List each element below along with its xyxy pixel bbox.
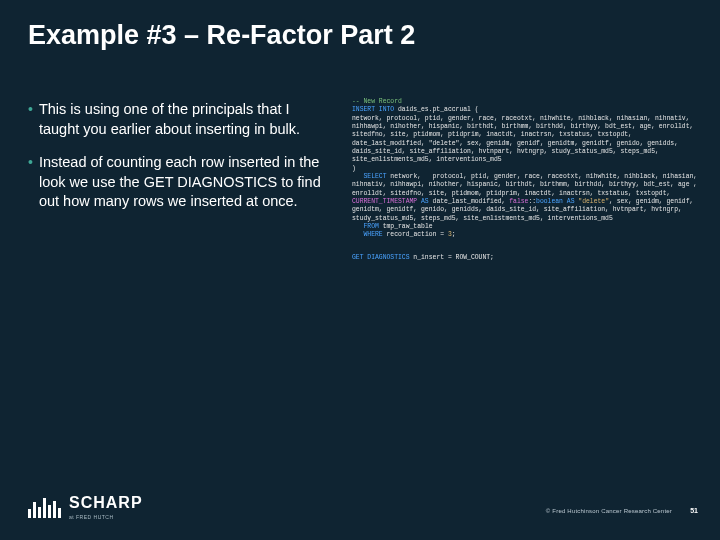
code-comment: -- New Record: [352, 98, 402, 105]
list-item: • This is using one of the principals th…: [28, 100, 328, 139]
code-text: n_insert = ROW_COUNT: [410, 254, 491, 261]
code-keyword: WHERE: [364, 231, 383, 238]
bullet-text: This is using one of the principals that…: [39, 100, 328, 139]
code-keyword: AS: [417, 198, 432, 205]
code-text: tmp_raw_table: [379, 223, 433, 230]
page-number: 51: [690, 507, 698, 514]
code-block: -- New Record INSERT INTO daids_es.pt_ac…: [352, 98, 700, 262]
logo-text: SCHARP: [69, 494, 143, 512]
bullet-icon: •: [28, 100, 33, 139]
code-text: ::: [528, 198, 536, 205]
logo: SCHARP at FRED HUTCH: [28, 494, 143, 520]
code-text: date_last_modified,: [433, 198, 510, 205]
logo-text-wrap: SCHARP at FRED HUTCH: [69, 494, 143, 520]
code-text: network, protocol, ptid, gender, race, r…: [352, 115, 697, 164]
list-item: • Instead of counting each row inserted …: [28, 153, 328, 212]
code-text: daids_es.pt_accrual (: [394, 106, 478, 113]
code-literal: false: [509, 198, 528, 205]
slide-footer: SCHARP at FRED HUTCH © Fred Hutchinson C…: [0, 490, 720, 530]
code-keyword: AS: [563, 198, 578, 205]
copyright-text: © Fred Hutchinson Cancer Research Center: [546, 508, 672, 514]
bullet-list: • This is using one of the principals th…: [28, 100, 328, 226]
code-text: record_action =: [383, 231, 448, 238]
bullet-icon: •: [28, 153, 33, 212]
code-keyword: FROM: [364, 223, 379, 230]
code-text: network, protocol, ptid, gender, race, r…: [352, 173, 701, 197]
code-keyword: INSERT INTO: [352, 106, 394, 113]
code-text: ): [352, 165, 356, 172]
bullet-text: Instead of counting each row inserted in…: [39, 153, 328, 212]
code-keyword: GET DIAGNOSTICS: [352, 254, 410, 261]
logo-subtext: at FRED HUTCH: [69, 514, 143, 520]
code-type: boolean: [536, 198, 563, 205]
code-keyword: CURRENT_TIMESTAMP: [352, 198, 417, 205]
logo-icon: [28, 496, 61, 518]
code-punct: ;: [452, 231, 456, 238]
code-keyword: SELECT: [364, 173, 387, 180]
code-string: "delete": [578, 198, 609, 205]
slide-title: Example #3 – Re-Factor Part 2: [28, 20, 692, 51]
code-punct: ;: [490, 254, 494, 261]
